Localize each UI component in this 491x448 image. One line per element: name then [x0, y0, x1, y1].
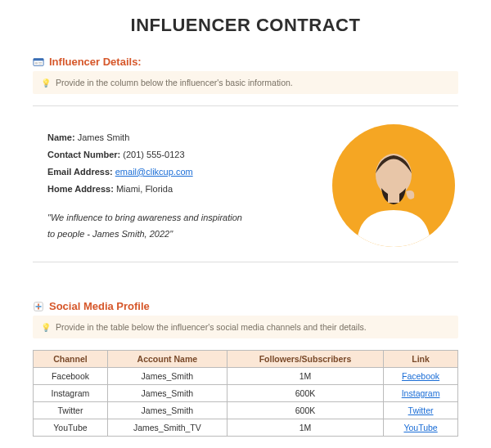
svg-rect-4	[38, 63, 42, 64]
name-label: Name:	[47, 132, 75, 142]
email-link[interactable]: email@clikcup.com	[115, 167, 193, 177]
col-account: Account Name	[107, 351, 227, 368]
divider	[33, 262, 458, 262]
details-block: Name: James Smith Contact Number: (201) …	[33, 121, 458, 262]
home-value: Miami, Florida	[116, 184, 173, 194]
table-row: Twitter James_Smith 600K Twitter	[34, 402, 458, 419]
cell-channel: Twitter	[34, 402, 108, 419]
cell-followers: 600K	[227, 385, 383, 402]
svg-rect-7	[388, 193, 399, 203]
cell-followers: 600K	[227, 402, 383, 419]
cell-link[interactable]: Instagram	[402, 388, 440, 398]
section-heading-details: Influencer Details:	[49, 56, 142, 68]
cell-account: James_Smith	[107, 402, 227, 419]
hint-text-social: Provide in the table below the influence…	[56, 322, 367, 332]
table-row: Facebook James_Smith 1M Facebook	[34, 368, 458, 385]
avatar	[332, 124, 455, 247]
cell-followers: 1M	[227, 368, 383, 385]
hint-box-social: 💡 Provide in the table below the influen…	[33, 316, 458, 338]
cell-link[interactable]: YouTube	[403, 423, 437, 432]
name-value: James Smith	[78, 132, 130, 142]
page-title: INFLUENCER CONTRACT	[33, 0, 458, 56]
lightbulb-icon: 💡	[41, 78, 51, 87]
cell-account: James_Smith_TV	[107, 419, 227, 437]
id-card-icon	[33, 56, 44, 68]
svg-rect-2	[35, 62, 38, 65]
contact-label: Contact Number:	[47, 150, 120, 159]
divider	[33, 105, 458, 106]
email-label: Email Address:	[47, 167, 113, 177]
svg-rect-10	[36, 306, 42, 307]
table-header-row: Channel Account Name Followers/Subscribe…	[34, 351, 458, 368]
hint-text-details: Provide in the column below the influenc…	[56, 78, 293, 87]
table-row: YouTube James_Smith_TV 1M YouTube	[34, 419, 458, 437]
table-row: Instagram James_Smith 600K Instagram	[34, 385, 458, 402]
section-heading-social: Social Media Profile	[49, 300, 150, 312]
cell-channel: Instagram	[34, 385, 108, 402]
svg-rect-1	[34, 58, 43, 60]
cell-link[interactable]: Twitter	[408, 405, 434, 415]
cell-account: James_Smith	[107, 385, 227, 402]
social-table: Channel Account Name Followers/Subscribe…	[33, 350, 458, 437]
cell-followers: 1M	[227, 419, 383, 437]
contact-value: (201) 555-0123	[123, 150, 184, 159]
col-followers: Followers/Subscribers	[227, 351, 383, 368]
section-head-social: Social Media Profile	[33, 300, 458, 312]
cell-channel: YouTube	[34, 419, 108, 437]
hint-box-details: 💡 Provide in the column below the influe…	[33, 71, 458, 94]
quote-text: "We influence to bring awareness and ins…	[47, 209, 244, 244]
cell-channel: Facebook	[34, 368, 108, 385]
lightbulb-icon: 💡	[41, 323, 51, 332]
col-link: Link	[384, 351, 458, 368]
plus-badge-icon	[33, 301, 44, 312]
cell-account: James_Smith	[107, 368, 227, 385]
cell-link[interactable]: Facebook	[402, 371, 439, 381]
home-label: Home Address:	[47, 184, 114, 194]
section-head-details: Influencer Details:	[33, 56, 458, 68]
svg-point-6	[376, 154, 412, 196]
details-text: Name: James Smith Contact Number: (201) …	[47, 121, 316, 243]
col-channel: Channel	[34, 351, 108, 368]
svg-rect-3	[38, 62, 42, 63]
